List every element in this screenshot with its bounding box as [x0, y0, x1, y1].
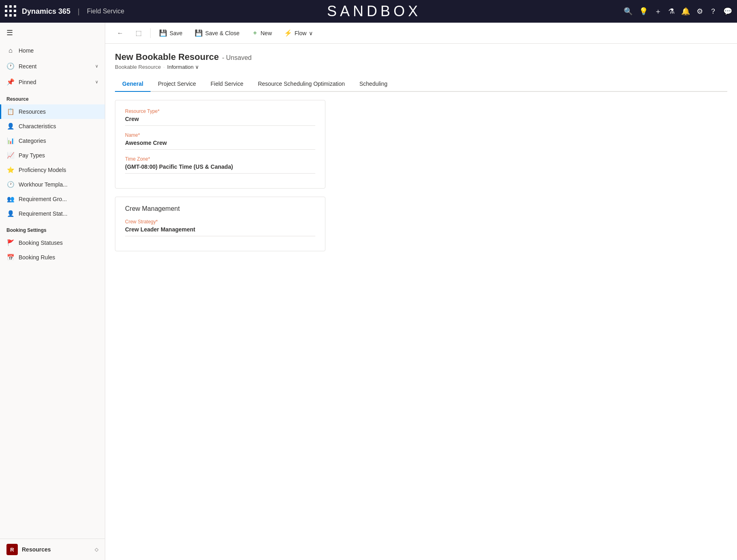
sidebar-pay-types-label: Pay Types [19, 152, 45, 159]
sidebar-home-label: Home [19, 47, 34, 54]
avatar: R [6, 544, 18, 555]
breadcrumb: Bookable Resource · Information ∨ [115, 64, 727, 70]
pin-icon: 📌 [6, 78, 15, 86]
breadcrumb-separator: · [163, 64, 165, 70]
tab-project-service[interactable]: Project Service [151, 76, 203, 92]
home-icon: ⌂ [6, 47, 15, 54]
new-label: New [261, 30, 272, 36]
sidebar-categories-label: Categories [19, 138, 46, 144]
new-button[interactable]: ＋ New [246, 26, 277, 40]
form-tabs: General Project Service Field Service Re… [115, 76, 727, 92]
flow-label: Flow [295, 30, 307, 36]
resource-type-field: Resource Type* Crew [125, 108, 315, 126]
sidebar-workhour-label: Workhour Templa... [19, 181, 68, 188]
bell-icon[interactable]: 🔔 [681, 7, 690, 16]
hamburger-menu[interactable]: ☰ [0, 23, 105, 43]
lightbulb-icon[interactable]: 💡 [639, 7, 648, 16]
save-button[interactable]: 💾 Save [154, 26, 188, 40]
nav-divider: | [78, 7, 80, 16]
sidebar-footer[interactable]: R Resources ◇ [0, 539, 105, 560]
tab-general[interactable]: General [115, 76, 151, 92]
unsaved-label: - Unsaved [222, 54, 252, 62]
resource-type-value[interactable]: Crew [125, 116, 315, 126]
resource-section-header: Resource [0, 90, 105, 104]
sidebar-req-groups-label: Requirement Gro... [19, 196, 67, 202]
recent-icon: 🕐 [6, 62, 15, 70]
sidebar-pinned-label: Pinned [19, 79, 36, 85]
search-icon[interactable]: 🔍 [624, 7, 633, 16]
name-value[interactable]: Awesome Crew [125, 140, 315, 150]
timezone-field: Time Zone* (GMT-08:00) Pacific Time (US … [125, 156, 315, 174]
tab-scheduling-label: Scheduling [359, 81, 387, 87]
back-button[interactable]: ← [112, 27, 129, 40]
sidebar-proficiency-label: Proficiency Models [19, 167, 66, 173]
flow-button[interactable]: ⚡ Flow ∨ [279, 26, 319, 40]
characteristics-icon: 👤 [6, 123, 15, 130]
filter-icon[interactable]: ⚗ [668, 7, 675, 16]
timezone-label: Time Zone* [125, 156, 315, 162]
dynamics-365-label: Dynamics 365 [22, 7, 70, 16]
toolbar: ← ⬚ 💾 Save 💾 Save & Close ＋ New ⚡ Flow ∨ [105, 23, 737, 44]
sidebar-item-workhour-template[interactable]: 🕐 Workhour Templa... [0, 177, 105, 192]
sidebar-item-categories[interactable]: 📊 Categories [0, 134, 105, 148]
tab-field-service-label: Field Service [210, 81, 243, 87]
settings-icon[interactable]: ⚙ [697, 7, 703, 16]
sidebar-item-pay-types[interactable]: 📈 Pay Types [0, 148, 105, 163]
sidebar-item-proficiency-models[interactable]: ⭐ Proficiency Models [0, 163, 105, 177]
form-title-area: New Bookable Resource - Unsaved [115, 52, 727, 62]
crew-section: Crew Management Crew Strategy* Crew Lead… [115, 197, 325, 251]
brand-area: Dynamics 365 | Field Service [22, 7, 124, 16]
sidebar-resources-label: Resources [19, 108, 46, 115]
proficiency-icon: ⭐ [6, 166, 15, 174]
flow-icon: ⚡ [284, 29, 292, 37]
form-header: New Bookable Resource - Unsaved Bookable… [115, 52, 727, 70]
recent-chevron-icon: ∨ [95, 64, 98, 69]
chat-icon[interactable]: 💬 [723, 7, 732, 16]
plus-icon[interactable]: ＋ [654, 6, 662, 16]
tab-general-label: General [122, 81, 143, 87]
name-label: Name* [125, 132, 315, 138]
pay-types-icon: 📈 [6, 152, 15, 159]
booking-rules-icon: 📅 [6, 254, 15, 261]
save-close-button[interactable]: 💾 Save & Close [189, 26, 245, 40]
resources-icon: 📋 [6, 108, 15, 115]
pinned-chevron-icon: ∨ [95, 79, 98, 85]
toolbar-divider-1 [150, 28, 151, 38]
sidebar-recent-label: Recent [19, 63, 36, 70]
save-close-label: Save & Close [205, 30, 240, 36]
popout-button[interactable]: ⬚ [130, 26, 147, 40]
help-icon[interactable]: ？ [709, 6, 717, 16]
back-icon: ← [117, 30, 123, 37]
app-name-label: Field Service [87, 8, 124, 15]
crew-section-title: Crew Management [125, 205, 315, 212]
app-launcher-icon[interactable] [5, 5, 17, 17]
timezone-value[interactable]: (GMT-08:00) Pacific Time (US & Canada) [125, 163, 315, 174]
sidebar-item-requirement-status[interactable]: 👤 Requirement Stat... [0, 206, 105, 221]
sidebar-item-requirement-groups[interactable]: 👥 Requirement Gro... [0, 192, 105, 206]
sidebar-item-recent[interactable]: 🕐 Recent ∨ [0, 58, 105, 74]
sidebar-item-booking-rules[interactable]: 📅 Booking Rules [0, 250, 105, 265]
tab-scheduling[interactable]: Scheduling [352, 76, 395, 92]
sidebar-item-resources[interactable]: 📋 Resources [0, 104, 105, 119]
sidebar-item-characteristics[interactable]: 👤 Characteristics [0, 119, 105, 134]
tab-project-service-label: Project Service [158, 81, 196, 87]
crew-strategy-value[interactable]: Crew Leader Management [125, 226, 315, 236]
tab-rso[interactable]: Resource Scheduling Optimization [251, 76, 352, 92]
sidebar-characteristics-label: Characteristics [19, 123, 56, 129]
sidebar-item-pinned[interactable]: 📌 Pinned ∨ [0, 74, 105, 90]
sidebar-req-status-label: Requirement Stat... [19, 210, 68, 217]
breadcrumb-form-dropdown[interactable]: Information ∨ [167, 64, 199, 70]
sidebar-item-booking-statuses[interactable]: 🚩 Booking Statuses [0, 235, 105, 250]
breadcrumb-form-label: Information [167, 64, 193, 70]
req-status-icon: 👤 [6, 210, 15, 217]
booking-statuses-icon: 🚩 [6, 239, 15, 246]
save-close-icon: 💾 [195, 29, 203, 37]
tab-field-service[interactable]: Field Service [203, 76, 251, 92]
top-nav: Dynamics 365 | Field Service SANDBOX 🔍 💡… [0, 0, 737, 23]
form-area: New Bookable Resource - Unsaved Bookable… [105, 44, 737, 560]
top-nav-icons: 🔍 💡 ＋ ⚗ 🔔 ⚙ ？ 💬 [624, 6, 732, 16]
save-label: Save [170, 30, 183, 36]
breadcrumb-entity: Bookable Resource [115, 64, 161, 70]
crew-strategy-field: Crew Strategy* Crew Leader Management [125, 219, 315, 236]
sidebar-item-home[interactable]: ⌂ Home [0, 43, 105, 58]
